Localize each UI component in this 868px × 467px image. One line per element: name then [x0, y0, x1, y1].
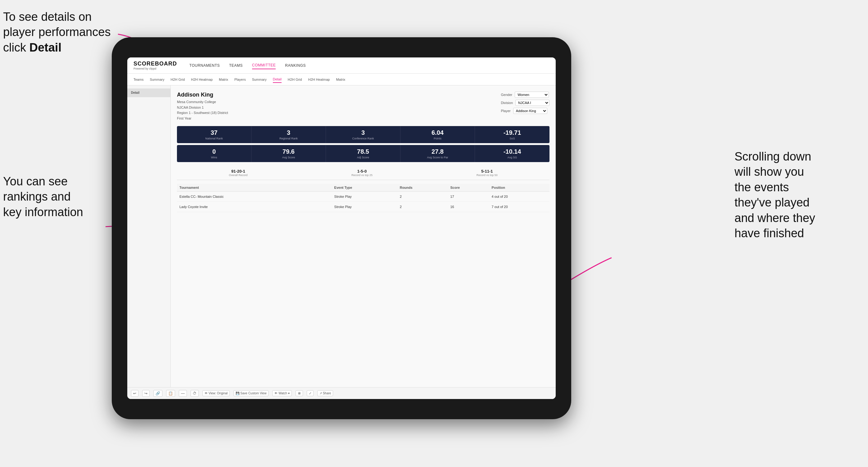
gender-filter-row: Gender Women	[501, 92, 550, 98]
toolbar-timer[interactable]: ⏱	[191, 390, 199, 397]
wins-value: 0	[181, 148, 247, 155]
col-empty	[318, 184, 332, 192]
sub-nav-detail[interactable]: Detail	[273, 76, 282, 83]
record-top25-label: Record vs top 25	[351, 174, 373, 177]
player-school: Mesa Community College	[177, 99, 228, 105]
tablet-screen: SCOREBOARD Powered by clippd TOURNAMENTS…	[127, 57, 556, 399]
row2-position: 7 out of 20	[489, 202, 550, 212]
points-label: Points	[404, 137, 471, 140]
adj-score-label: Adj Score	[330, 156, 397, 159]
toolbar-separator[interactable]: —	[179, 390, 187, 397]
sub-nav-h2h-heatmap2[interactable]: H2H Heatmap	[308, 76, 330, 83]
toolbar-watch[interactable]: 👁 Watch ▾	[272, 390, 292, 396]
record-top50: 5-11-1 Record vs top 50	[476, 169, 498, 177]
logo-sub: Powered by clippd	[133, 67, 177, 70]
regional-rank-label: Regional Rank	[255, 137, 322, 140]
stat-wins: 0 Wins	[177, 145, 251, 162]
col-position: Position	[489, 184, 550, 192]
stat-avg-score-par: 27.8 Avg Score to Par	[400, 145, 475, 162]
division-filter-row: Division NJCAA I	[501, 100, 550, 106]
bottom-toolbar: ↩ ↪ 🔗 📋 — ⏱ 👁 View: Original 💾 Save Cust…	[127, 387, 556, 399]
avg-score-par-value: 27.8	[404, 148, 471, 155]
national-rank-label: National Rank	[181, 137, 247, 140]
nav-tournaments[interactable]: TOURNAMENTS	[189, 62, 220, 69]
row1-position: 4 out of 20	[489, 192, 550, 202]
nav-rankings[interactable]: RANKINGS	[285, 62, 306, 69]
adj-score-value: 78.5	[330, 148, 397, 155]
nav-teams[interactable]: TEAMS	[229, 62, 243, 69]
stat-avg-sg: -10.14 Avg SG	[475, 145, 550, 162]
stat-sos: -19.71 SoS	[475, 126, 550, 143]
col-rounds: Rounds	[397, 184, 448, 192]
sos-label: SoS	[479, 137, 546, 140]
division-select[interactable]: NJCAA I	[515, 100, 550, 106]
toolbar-view-original[interactable]: 👁 View: Original	[203, 390, 230, 396]
sub-nav-h2h-grid1[interactable]: H2H Grid	[170, 76, 185, 83]
sub-nav-matrix2[interactable]: Matrix	[336, 76, 345, 83]
sub-nav-teams[interactable]: Teams	[133, 76, 144, 83]
row1-score: 17	[448, 192, 489, 202]
toolbar-share[interactable]: ↗ Share	[317, 390, 333, 396]
points-value: 6.04	[404, 129, 471, 136]
sub-nav-h2h-grid2[interactable]: H2H Grid	[288, 76, 302, 83]
avg-score-par-label: Avg Score to Par	[404, 156, 471, 159]
record-overall-label: Overall Record	[229, 174, 247, 177]
record-top50-label: Record vs top 50	[476, 174, 498, 177]
sub-nav-players[interactable]: Players	[235, 76, 246, 83]
toolbar-undo[interactable]: ↩	[131, 390, 138, 397]
row2-tournament: Lady Coyote Invite	[177, 202, 318, 212]
avg-sg-value: -10.14	[479, 148, 546, 155]
avg-score-label: Avg Score	[255, 156, 322, 159]
sub-nav-summary1[interactable]: Summary	[150, 76, 164, 83]
sub-nav-h2h-heatmap1[interactable]: H2H Heatmap	[191, 76, 213, 83]
player-label: Player	[501, 109, 510, 113]
conference-rank-value: 3	[330, 129, 397, 136]
avg-score-value: 79.6	[255, 148, 322, 155]
stat-points: 6.04 Points	[400, 126, 475, 143]
player-region: Region 1 - Southwest (18) District	[177, 110, 228, 116]
avg-sg-label: Avg SG	[479, 156, 546, 159]
stat-adj-score: 78.5 Adj Score	[326, 145, 400, 162]
toolbar-link[interactable]: 🔗	[153, 390, 162, 397]
toolbar-save-custom[interactable]: 💾 Save Custom View	[234, 390, 269, 396]
nav-committee[interactable]: COMMITTEE	[252, 62, 276, 69]
player-select[interactable]: Addison King	[513, 108, 547, 114]
row1-event-type: Stroke Play	[332, 192, 397, 202]
col-score: Score	[448, 184, 489, 192]
sub-nav: Teams Summary H2H Grid H2H Heatmap Matri…	[127, 73, 556, 85]
player-division: NJCAA Division 1	[177, 105, 228, 111]
record-overall: 91-20-1 Overall Record	[229, 169, 247, 177]
player-filters: Gender Women Division NJCAA I	[501, 92, 550, 121]
record-overall-value: 91-20-1	[229, 169, 247, 174]
row1-rounds: 2	[397, 192, 448, 202]
tournament-table: Tournament Event Type Rounds Score Posit…	[177, 184, 550, 212]
sos-value: -19.71	[479, 129, 546, 136]
stat-national-rank: 37 National Rank	[177, 126, 251, 143]
toolbar-expand[interactable]: ⤢	[307, 390, 314, 396]
player-year: First Year	[177, 116, 228, 121]
sub-nav-summary2[interactable]: Summary	[252, 76, 267, 83]
gender-select[interactable]: Women	[515, 92, 549, 98]
col-tournament: Tournament	[177, 184, 318, 192]
records-row: 91-20-1 Overall Record 1-5-0 Record vs t…	[177, 166, 550, 180]
record-top50-value: 5-11-1	[476, 169, 498, 174]
row1-tournament: Estella CC- Mountain Classic	[177, 192, 318, 202]
toolbar-redo[interactable]: ↪	[142, 390, 150, 397]
stat-regional-rank: 3 Regional Rank	[251, 126, 326, 143]
stats-row-1: 37 National Rank 3 Regional Rank 3 Confe…	[177, 126, 550, 143]
stat-conference-rank: 3 Conference Rank	[326, 126, 400, 143]
table-row: Estella CC- Mountain Classic Stroke Play…	[177, 192, 550, 202]
sub-nav-matrix1[interactable]: Matrix	[219, 76, 228, 83]
sidebar-item-detail[interactable]: Detail	[127, 89, 170, 97]
national-rank-value: 37	[181, 129, 247, 136]
content-area[interactable]: Addison King Mesa Community College NJCA…	[171, 85, 556, 387]
gender-label: Gender	[501, 93, 512, 97]
annotation-right: Scrolling down will show you the events …	[735, 149, 852, 241]
nav-bar: SCOREBOARD Powered by clippd TOURNAMENTS…	[127, 57, 556, 73]
toolbar-copy[interactable]: 📋	[166, 390, 175, 397]
toolbar-screen[interactable]: 🖥	[296, 390, 303, 396]
logo-text: SCOREBOARD	[133, 61, 177, 67]
player-filter-row: Player Addison King	[501, 108, 550, 114]
logo-area: SCOREBOARD Powered by clippd	[133, 61, 177, 70]
record-top25: 1-5-0 Record vs top 25	[351, 169, 373, 177]
